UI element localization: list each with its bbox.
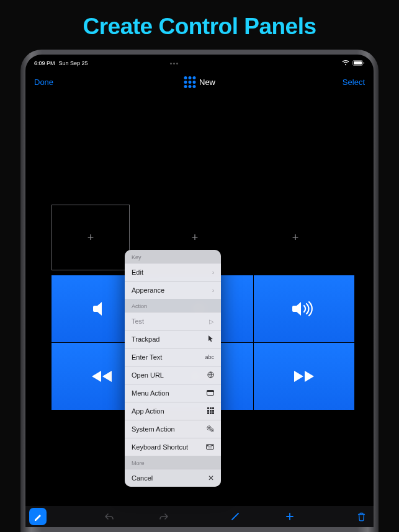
- svg-rect-21: [211, 445, 212, 446]
- menu-item-label: System Action: [132, 425, 204, 433]
- done-button[interactable]: Done: [34, 78, 53, 87]
- svg-rect-13: [210, 412, 212, 414]
- draw-tool-button[interactable]: [29, 508, 47, 525]
- svg-rect-18: [207, 445, 208, 446]
- redo-button[interactable]: [155, 508, 173, 525]
- svg-rect-11: [212, 410, 214, 412]
- keyboard-icon: [204, 444, 214, 451]
- svg-point-15: [208, 427, 210, 428]
- menu-item-label: Enter Text: [132, 353, 205, 361]
- chevron-right-icon: ›: [212, 287, 214, 294]
- volume-mute-icon: [92, 301, 111, 317]
- svg-rect-14: [212, 412, 214, 414]
- chevron-right-icon: ›: [212, 269, 214, 276]
- menu-section-action: Action: [125, 299, 221, 312]
- status-time: 6:09 PM: [34, 60, 55, 66]
- ipad-frame: 6:09 PM Sun Sep 25 Done New Select: [20, 50, 379, 532]
- menu-item-app-action[interactable]: App Action: [125, 402, 221, 420]
- menu-item-open-url[interactable]: Open URL: [125, 366, 221, 384]
- plus-icon: +: [192, 231, 199, 244]
- status-right: [342, 60, 365, 67]
- empty-slot[interactable]: +: [256, 205, 334, 270]
- wifi-icon: [342, 60, 349, 67]
- svg-rect-6: [207, 407, 209, 409]
- edit-tool-button[interactable]: [226, 508, 244, 525]
- select-button[interactable]: Select: [343, 78, 365, 87]
- menu-item-appearance[interactable]: Apperance ›: [125, 281, 221, 299]
- plus-icon: +: [87, 231, 94, 244]
- key-volume-up[interactable]: [254, 275, 354, 342]
- rewind-icon: [91, 370, 113, 383]
- app-grid-icon: [184, 76, 195, 88]
- close-icon: ✕: [204, 474, 214, 482]
- menu-item-label: Menu Action: [132, 389, 204, 397]
- status-bar: 6:09 PM Sun Sep 25: [25, 59, 374, 68]
- add-button[interactable]: [281, 508, 298, 525]
- svg-rect-7: [210, 407, 212, 409]
- svg-rect-24: [209, 446, 210, 447]
- svg-rect-19: [208, 445, 209, 446]
- bottom-toolbar: [25, 506, 374, 527]
- key-fast-forward[interactable]: [254, 343, 354, 410]
- menu-item-enter-text[interactable]: Enter Text abc: [125, 348, 221, 366]
- globe-icon: [204, 371, 214, 379]
- svg-rect-10: [210, 410, 212, 412]
- trash-button[interactable]: [352, 508, 370, 525]
- menubar-icon: [204, 390, 214, 397]
- svg-rect-9: [207, 410, 209, 412]
- nav-title-group: New: [184, 76, 215, 88]
- svg-rect-26: [212, 446, 212, 447]
- volume-up-icon: [292, 301, 316, 317]
- svg-rect-27: [208, 448, 212, 448]
- menu-item-label: Apperance: [132, 286, 212, 294]
- svg-rect-22: [212, 445, 213, 446]
- undo-button[interactable]: [101, 508, 118, 525]
- menu-item-label: Test: [132, 317, 204, 325]
- multitask-dots: [170, 63, 178, 64]
- svg-rect-12: [207, 412, 209, 414]
- play-outline-icon: ▷: [204, 318, 214, 325]
- menu-item-label: Open URL: [132, 371, 204, 379]
- cursor-icon: [204, 335, 214, 344]
- context-menu: Key Edit › Apperance › Action Test ▷ Tra…: [125, 250, 221, 487]
- svg-point-16: [212, 430, 213, 431]
- menu-item-label: Trackpad: [132, 335, 204, 343]
- svg-rect-20: [210, 445, 210, 446]
- svg-rect-25: [210, 446, 211, 447]
- menu-item-trackpad[interactable]: Trackpad: [125, 330, 221, 348]
- plus-icon: +: [292, 231, 299, 244]
- menu-item-label: Keyboard Shortcut: [132, 443, 204, 451]
- gears-icon: [204, 425, 214, 433]
- svg-rect-5: [207, 390, 214, 392]
- nav-bar: Done New Select: [25, 72, 374, 92]
- svg-rect-8: [212, 407, 214, 409]
- app-grid-icon: [204, 407, 214, 415]
- menu-item-label: Edit: [132, 268, 212, 276]
- menu-item-edit[interactable]: Edit ›: [125, 263, 221, 281]
- battery-icon: [352, 60, 365, 67]
- svg-rect-2: [364, 62, 364, 64]
- menu-item-keyboard-shortcut[interactable]: Keyboard Shortcut: [125, 438, 221, 456]
- fast-forward-icon: [293, 370, 315, 383]
- abc-icon: abc: [205, 354, 214, 360]
- svg-rect-23: [208, 446, 208, 447]
- svg-rect-1: [354, 61, 362, 64]
- screen: 6:09 PM Sun Sep 25 Done New Select: [25, 55, 374, 527]
- menu-section-key: Key: [125, 250, 221, 263]
- menu-item-label: Cancel: [132, 474, 204, 482]
- menu-item-system-action[interactable]: System Action: [125, 420, 221, 438]
- menu-item-label: App Action: [132, 407, 204, 415]
- status-date: Sun Sep 25: [59, 60, 88, 66]
- menu-item-menu-action[interactable]: Menu Action: [125, 384, 221, 402]
- empty-slot-selected[interactable]: +: [52, 205, 130, 270]
- page-title: New: [199, 78, 215, 87]
- menu-section-more: More: [125, 456, 221, 469]
- menu-item-test[interactable]: Test ▷: [125, 312, 221, 330]
- marketing-headline: Create Control Panels: [0, 0, 399, 40]
- menu-item-cancel[interactable]: Cancel ✕: [125, 469, 221, 487]
